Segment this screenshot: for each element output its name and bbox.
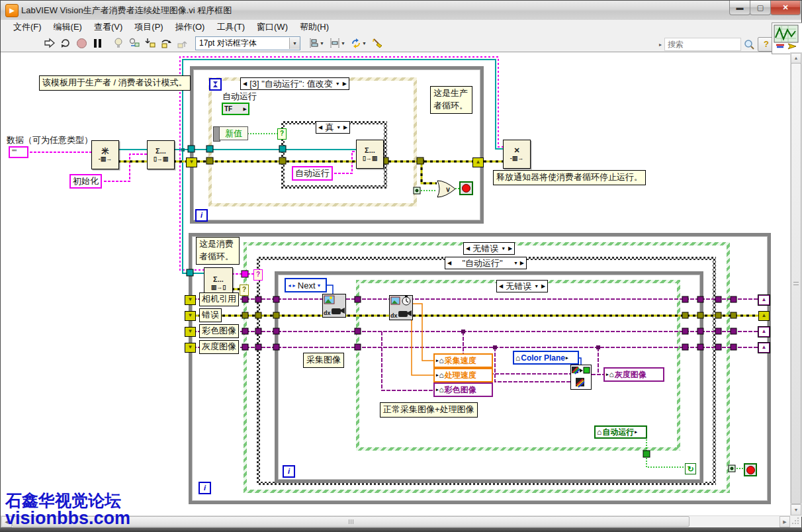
true-case-selector[interactable]: ◀ 真 ▼ ▶: [316, 121, 350, 134]
step-into-button[interactable]: [142, 36, 158, 50]
string-case-selector-tunnel[interactable]: ?: [253, 269, 263, 281]
camera-ref-shift-register-right[interactable]: ▲: [758, 295, 770, 305]
event-selector[interactable]: ◀ [3] "自动运行": 值改变 ▼ ▶: [240, 77, 349, 90]
auto-run-local[interactable]: ⌂ 自动运行 ▸: [594, 425, 647, 439]
empty-string-constant[interactable]: "": [9, 146, 28, 158]
outer-case-next-icon[interactable]: ▶: [508, 245, 512, 251]
color-image-shift-register-left[interactable]: ▼: [185, 327, 196, 337]
menu-window[interactable]: 窗口(W): [251, 20, 294, 34]
producer-stop-terminal[interactable]: [459, 181, 473, 195]
step-over-button[interactable]: [158, 36, 174, 50]
enum-spin-icon[interactable]: ◄►: [287, 283, 296, 288]
init-string-constant[interactable]: 初始化: [69, 174, 102, 189]
inner-case-dropdown-icon[interactable]: ▼: [534, 284, 539, 288]
maximize-button[interactable]: ▢: [750, 1, 771, 15]
data-label[interactable]: 数据（可为任意类型）: [7, 134, 93, 146]
acquire-image-comment[interactable]: 采集图像: [303, 353, 344, 368]
string-case-prev-icon[interactable]: ◀: [447, 260, 451, 266]
outer-case-prev-icon[interactable]: ◀: [466, 245, 470, 251]
acq-speed-local[interactable]: ▸ ⌂ 采集速度: [433, 353, 493, 368]
event-prev-icon[interactable]: ◀: [243, 81, 247, 87]
error-shift-register-right[interactable]: ▲: [758, 311, 770, 321]
menu-operate[interactable]: 操作(O): [169, 20, 211, 34]
template-comment[interactable]: 该模板用于生产者 / 消费者设计模式。: [39, 75, 191, 91]
send-notification-node-2[interactable]: Σ... ▯→▥: [356, 140, 384, 169]
run-continuous-button[interactable]: [58, 36, 73, 50]
vertical-scrollbar-down-arrow[interactable]: ▼: [791, 504, 801, 515]
gray-image-shift-register-left[interactable]: ▼: [185, 343, 196, 353]
menu-edit[interactable]: 编辑(E): [48, 20, 88, 34]
horizontal-scrollbar-right-arrow[interactable]: ▶: [780, 516, 790, 527]
true-case-next-icon[interactable]: ▶: [343, 124, 347, 130]
inner-case-prev-icon[interactable]: ◀: [499, 283, 503, 289]
color-image-local[interactable]: ▸ ⌂ 彩色图像: [433, 382, 493, 397]
inner-loop-condition-terminal[interactable]: ↻: [685, 463, 696, 474]
error-wire-label[interactable]: 错误: [199, 308, 222, 322]
inner-error-case-selector[interactable]: ◀ 无错误 ▼ ▶: [496, 280, 548, 292]
clean-up-diagram-button[interactable]: [369, 36, 385, 50]
error-shift-register-left[interactable]: ▼: [185, 311, 196, 321]
auto-run-string-constant[interactable]: 自动运行: [292, 166, 333, 181]
vi-icon[interactable]: [772, 22, 802, 54]
true-case-selector-tunnel[interactable]: ?: [277, 128, 287, 140]
color-image-shift-register-right[interactable]: ▲: [758, 327, 770, 337]
event-selector-label[interactable]: [3] "自动运行": 值改变: [249, 78, 333, 90]
align-objects-button[interactable]: ▼: [306, 36, 327, 50]
or-function[interactable]: ∨: [437, 180, 457, 200]
consumer-iteration-terminal[interactable]: i: [199, 482, 211, 494]
producer-loop-comment[interactable]: 这是生产者循环。: [430, 86, 472, 114]
new-value-event-data[interactable]: 新值: [219, 126, 248, 140]
vertical-scrollbar-up-arrow[interactable]: ▲: [791, 53, 801, 64]
string-case-selector[interactable]: ◀ "自动运行" ▼▶: [445, 257, 527, 269]
gray-image-shift-register-right[interactable]: ▲: [758, 343, 770, 353]
string-case-dropdown-icon[interactable]: ▼: [513, 261, 518, 265]
distribute-objects-button[interactable]: ▼: [327, 36, 348, 50]
string-case-next-icon[interactable]: ▶: [520, 260, 524, 266]
string-case-label[interactable]: "自动运行": [462, 257, 502, 269]
resize-objects-button[interactable]: ▼: [348, 36, 369, 50]
process-image-comment[interactable]: 正常采集图像+处理图像: [380, 402, 478, 418]
app-icon[interactable]: ▶: [5, 4, 19, 17]
true-case-label[interactable]: 真: [325, 122, 334, 134]
event-next-icon[interactable]: ▶: [343, 81, 347, 87]
release-notifier-node[interactable]: ✕ -▥→: [503, 140, 531, 169]
scrollbar-corner-resize-grip[interactable]: [790, 515, 801, 527]
producer-shift-register-right[interactable]: ▲: [472, 157, 484, 167]
imaqdx-acquire-node[interactable]: dx: [322, 294, 346, 320]
obtain-notifier-node[interactable]: 米 -▥→: [91, 140, 119, 169]
inner-case-next-icon[interactable]: ▶: [541, 283, 545, 289]
auto-run-tf-terminal[interactable]: TF ▶: [222, 103, 249, 115]
consumer-stop-terminal[interactable]: [744, 463, 757, 476]
event-timeout-terminal[interactable]: [209, 78, 222, 91]
gray-image-local[interactable]: ▸ ⌂ 灰度图像: [603, 367, 664, 382]
camera-ref-wire-label[interactable]: 相机引用: [199, 292, 239, 306]
menu-tools[interactable]: 工具(T): [210, 20, 251, 34]
proc-speed-local[interactable]: ▸ ⌂ 处理速度: [433, 368, 493, 382]
inner-loop-iteration-terminal[interactable]: i: [283, 465, 295, 478]
inner-case-label[interactable]: 无错误: [506, 281, 531, 292]
outer-case-dropdown-icon[interactable]: ▼: [501, 246, 506, 251]
run-button[interactable]: [42, 36, 58, 50]
menu-view[interactable]: 查看(V): [88, 20, 128, 34]
search-icon[interactable]: [744, 39, 755, 50]
producer-iteration-terminal[interactable]: i: [195, 209, 208, 222]
camera-ref-shift-register-left[interactable]: ▼: [185, 295, 196, 305]
event-dropdown-icon[interactable]: ▼: [335, 81, 340, 86]
vertical-scrollbar-thumb[interactable]: [791, 63, 801, 504]
send-notification-node-1[interactable]: Σ... ▯→▥: [147, 140, 175, 169]
close-button[interactable]: ✕: [770, 1, 801, 15]
abort-button[interactable]: [73, 36, 89, 50]
color-plane-local[interactable]: ⌂ Color Plane ▸: [513, 351, 579, 365]
true-case-dropdown-icon[interactable]: ▼: [336, 125, 341, 130]
highlight-execution-button[interactable]: [111, 36, 126, 50]
search-input[interactable]: [664, 38, 741, 51]
consumer-loop-comment[interactable]: 这是消费者循环。: [196, 237, 240, 265]
font-selector[interactable]: 17pt 对话框字体 ▼: [195, 36, 300, 50]
retain-wire-values-button[interactable]: [126, 36, 142, 50]
imaqdx-process-node[interactable]: dx: [389, 295, 413, 323]
next-enum-constant[interactable]: ◄► Next ▼: [285, 278, 327, 292]
release-comment[interactable]: 释放通知器将使消费者循环停止运行。: [493, 170, 646, 185]
pause-button[interactable]: [89, 36, 105, 50]
outer-case-label[interactable]: 无错误: [472, 243, 498, 255]
true-case-prev-icon[interactable]: ◀: [318, 124, 322, 130]
